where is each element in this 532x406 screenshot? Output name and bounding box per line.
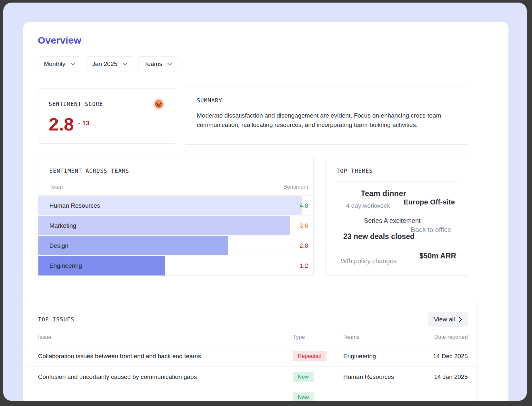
issue-row[interactable]: Collaboration issues between front end a… xyxy=(27,346,477,367)
chevron-down-icon xyxy=(123,63,127,66)
issue-team: Engineering xyxy=(338,353,416,360)
issue-date: 14 Dec 2025 xyxy=(416,353,468,360)
team-name: Engineering xyxy=(38,256,313,276)
theme-word: Series A excitement xyxy=(364,217,421,224)
team-row-design: Design 2.8 xyxy=(38,236,313,256)
angry-emoji-badge xyxy=(153,98,165,110)
issues-heading: TOP ISSUES xyxy=(38,316,74,323)
top-issues-card: TOP ISSUES View all Issue Type Teams Dat… xyxy=(27,302,477,401)
column-header-issue: Issue xyxy=(38,334,293,340)
chevron-right-icon xyxy=(459,317,462,322)
sentiment-across-teams-card: SENTIMENT ACROSS TEAMS Team Sentiment Hu… xyxy=(38,157,314,276)
top-themes-card: TOP THEMES Team dinner Europe Off-site 4… xyxy=(325,157,468,276)
column-header-team: Team xyxy=(49,184,63,190)
summary-text: Moderate dissatisfaction and disengageme… xyxy=(197,111,456,130)
page-title: Overview xyxy=(38,35,81,46)
theme-word: $50m ARR xyxy=(419,252,456,260)
chevron-down-icon xyxy=(71,63,75,66)
sentiment-value: 2.8 xyxy=(300,236,308,256)
chevron-down-icon xyxy=(167,63,172,66)
team-row-marketing: Marketing 3.6 xyxy=(38,216,313,236)
issue-team: Human Resources xyxy=(338,373,416,380)
sentiment-value: 1.2 xyxy=(300,256,308,276)
period-dropdown-label: Monthly xyxy=(44,60,65,68)
teams-card-heading: SENTIMENT ACROSS TEAMS xyxy=(38,157,313,174)
issue-type-badge: New xyxy=(293,392,314,401)
month-dropdown[interactable]: Jan 2025 xyxy=(86,57,133,71)
theme-word: Team dinner xyxy=(361,189,406,198)
theme-word: 23 new deals closed xyxy=(343,233,415,241)
column-header-teams: Teams xyxy=(338,334,416,340)
month-dropdown-label: Jan 2025 xyxy=(92,60,117,68)
sentiment-score-delta: - 13 xyxy=(78,120,89,127)
sentiment-score-heading: SENTIMENT SCORE xyxy=(49,101,103,107)
sentiment-score-value: 2.8 xyxy=(49,115,74,134)
theme-word: Wfh policy changes xyxy=(341,257,396,265)
angry-face-icon xyxy=(155,100,163,108)
divider xyxy=(336,181,458,182)
issue-type-badge: Repeated xyxy=(293,351,326,361)
themes-heading: TOP THEMES xyxy=(326,157,468,174)
sentiment-value: 3.6 xyxy=(300,216,308,236)
team-name: Human Resources xyxy=(38,196,313,216)
teams-dropdown-label: Teams xyxy=(144,60,162,68)
issues-table-header: Issue Type Teams Date reported xyxy=(27,334,477,346)
column-header-type: Type xyxy=(293,334,338,340)
issue-date: 14 Jan 2025 xyxy=(416,373,468,380)
team-row-human-resources: Human Resources 4.8 xyxy=(38,196,313,216)
team-name: Design xyxy=(38,236,313,256)
team-row-engineering: Engineering 1.2 xyxy=(38,256,313,276)
view-all-button[interactable]: View all xyxy=(428,312,468,327)
sentiment-score-card: SENTIMENT SCORE xyxy=(38,88,175,144)
app-background-panel: Overview Monthly Jan 2025 Teams SENTIMEN… xyxy=(3,3,527,401)
period-dropdown[interactable]: Monthly xyxy=(38,57,81,71)
issue-row[interactable]: New xyxy=(27,387,477,401)
teams-dropdown[interactable]: Teams xyxy=(138,57,178,71)
team-name: Marketing xyxy=(38,216,313,236)
main-container: Overview Monthly Jan 2025 Teams SENTIMEN… xyxy=(23,22,508,401)
issue-row[interactable]: Confusion and uncertainty caused by comm… xyxy=(27,367,477,387)
summary-heading: SUMMARY xyxy=(197,97,456,104)
column-header-sentiment: Sentiment xyxy=(283,184,308,190)
sentiment-value: 4.8 xyxy=(300,196,308,216)
summary-card: SUMMARY Moderate dissatisfaction and dis… xyxy=(185,87,468,145)
theme-word: 4 day workweek xyxy=(346,203,390,209)
theme-word: Back to office xyxy=(411,226,451,233)
issue-type-badge: New xyxy=(293,372,314,382)
theme-word: Europe Off-site xyxy=(404,198,455,206)
filter-bar: Monthly Jan 2025 Teams xyxy=(38,57,178,71)
column-header-date-reported: Date reported xyxy=(416,334,468,340)
view-all-label: View all xyxy=(434,316,455,323)
issue-title: Confusion and uncertainty caused by comm… xyxy=(38,373,293,380)
issue-title: Collaboration issues between front end a… xyxy=(38,353,293,360)
